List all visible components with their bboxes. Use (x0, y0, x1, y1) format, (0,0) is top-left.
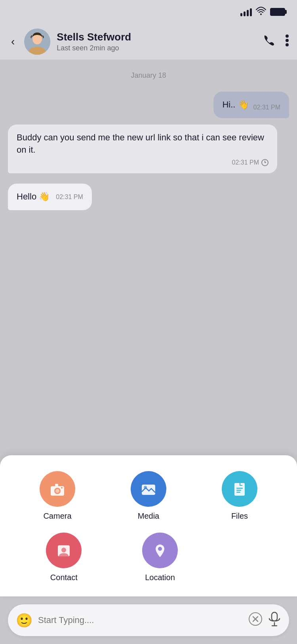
messages-list: Hi.. 👋 02:31 PM Buddy can you send me th… (8, 92, 289, 210)
attachment-grid-row1: Camera Media (16, 471, 281, 521)
clock-icon (261, 159, 268, 166)
location-icon-circle (142, 533, 178, 568)
attach-contact[interactable]: Contact (20, 533, 108, 582)
camera-label: Camera (43, 512, 71, 521)
svg-point-12 (144, 486, 147, 489)
attachment-panel: Camera Media (0, 455, 297, 596)
chat-area: January 18 Hi.. 👋 02:31 PM Buddy can you… (0, 59, 297, 416)
mic-button[interactable] (268, 611, 281, 629)
files-icon-circle (222, 471, 257, 507)
message-footer: 02:31 PM (17, 159, 268, 166)
message-time: 02:31 PM (232, 159, 259, 166)
camera-icon-circle (40, 471, 75, 507)
message-received-2: Hello 👋 02:31 PM (8, 184, 92, 210)
location-label: Location (145, 573, 175, 582)
battery-icon (270, 8, 285, 16)
svg-point-4 (286, 39, 289, 42)
svg-point-8 (55, 489, 59, 493)
header-actions (263, 34, 289, 50)
back-button[interactable]: ‹ (8, 32, 18, 51)
status-bar (0, 0, 297, 24)
emoji-button[interactable]: 🙂 (16, 612, 32, 628)
contact-icon-circle (46, 533, 82, 568)
svg-point-10 (61, 487, 63, 489)
svg-point-0 (260, 13, 262, 15)
chat-header: ‹ Stells Stefword Last seen 2min ago (0, 24, 297, 59)
message-input[interactable] (38, 615, 243, 625)
svg-rect-23 (272, 612, 277, 621)
message-text: Hello 👋 (17, 191, 50, 203)
contact-info: Stells Stefword Last seen 2min ago (57, 31, 257, 52)
avatar (24, 29, 50, 55)
input-bar: 🙂 (8, 604, 289, 636)
message-sent-1: Hi.. 👋 02:31 PM (213, 92, 289, 118)
signal-icon (240, 8, 252, 16)
attachment-grid-row2: Contact Location (16, 533, 281, 582)
svg-rect-9 (55, 484, 58, 486)
svg-point-18 (61, 548, 66, 552)
more-options-icon[interactable] (285, 34, 289, 50)
attach-media[interactable]: Media (107, 471, 190, 521)
svg-rect-16 (236, 492, 240, 493)
message-time: 02:31 PM (253, 104, 280, 111)
attach-files[interactable]: Files (198, 471, 281, 521)
message-time: 02:31 PM (56, 194, 83, 201)
contact-label: Contact (50, 573, 78, 582)
message-text: Buddy can you send me the new url link s… (17, 132, 268, 156)
files-label: Files (231, 512, 248, 521)
message-received-1: Buddy can you send me the new url link s… (8, 125, 277, 174)
contact-name: Stells Stefword (57, 31, 257, 43)
svg-point-5 (286, 43, 289, 46)
avatar-image (24, 29, 50, 55)
wifi-icon (256, 7, 266, 17)
message-text: Hi.. 👋 (222, 99, 248, 111)
attach-camera[interactable]: Camera (16, 471, 99, 521)
clear-button[interactable] (249, 612, 262, 629)
svg-rect-14 (236, 488, 243, 489)
svg-point-3 (286, 34, 289, 38)
media-icon-circle (131, 471, 166, 507)
status-icons (240, 7, 285, 17)
svg-point-19 (158, 547, 162, 551)
phone-icon[interactable] (263, 34, 276, 50)
date-divider: January 18 (8, 71, 289, 80)
attach-location[interactable]: Location (116, 533, 204, 582)
svg-rect-15 (236, 490, 241, 491)
contact-status: Last seen 2min ago (57, 44, 257, 52)
media-label: Media (138, 512, 159, 521)
